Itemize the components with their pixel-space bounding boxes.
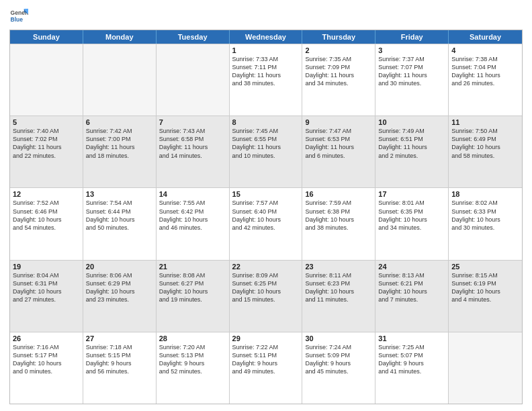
- cell-info: Sunrise: 7:22 AM Sunset: 5:11 PM Dayligh…: [232, 343, 300, 376]
- day-number: 18: [451, 190, 519, 198]
- cal-cell: 8Sunrise: 7:45 AM Sunset: 6:55 PM Daylig…: [230, 116, 303, 187]
- cal-cell: 20Sunrise: 8:06 AM Sunset: 6:29 PM Dayli…: [83, 261, 157, 332]
- cell-info: Sunrise: 8:15 AM Sunset: 6:19 PM Dayligh…: [451, 271, 519, 304]
- cell-info: Sunrise: 7:18 AM Sunset: 5:15 PM Dayligh…: [86, 343, 153, 376]
- cal-cell: 4Sunrise: 7:38 AM Sunset: 7:04 PM Daylig…: [449, 44, 522, 116]
- page: General Blue SundayMondayTuesdayWednesda…: [0, 0, 532, 411]
- header-day-thursday: Thursday: [302, 30, 375, 44]
- cal-cell: 19Sunrise: 8:04 AM Sunset: 6:31 PM Dayli…: [10, 261, 83, 332]
- cell-info: Sunrise: 7:24 AM Sunset: 5:09 PM Dayligh…: [305, 343, 372, 376]
- cal-cell: 18Sunrise: 8:02 AM Sunset: 6:33 PM Dayli…: [449, 188, 522, 259]
- day-number: 14: [159, 190, 226, 198]
- cal-cell: 1Sunrise: 7:33 AM Sunset: 7:11 PM Daylig…: [230, 44, 303, 116]
- cell-info: Sunrise: 7:16 AM Sunset: 5:17 PM Dayligh…: [13, 343, 80, 376]
- cal-cell: 28Sunrise: 7:20 AM Sunset: 5:13 PM Dayli…: [157, 332, 230, 404]
- cal-cell: 5Sunrise: 7:40 AM Sunset: 7:02 PM Daylig…: [10, 116, 83, 187]
- week-row-0: 1Sunrise: 7:33 AM Sunset: 7:11 PM Daylig…: [10, 44, 522, 116]
- day-number: 11: [451, 118, 519, 126]
- cal-cell: [10, 44, 83, 116]
- cell-info: Sunrise: 7:50 AM Sunset: 6:49 PM Dayligh…: [451, 127, 519, 160]
- day-number: 28: [159, 334, 226, 342]
- cal-cell: 24Sunrise: 8:13 AM Sunset: 6:21 PM Dayli…: [375, 261, 449, 332]
- header: General Blue: [9, 7, 523, 26]
- cell-info: Sunrise: 7:45 AM Sunset: 6:55 PM Dayligh…: [232, 127, 300, 160]
- day-number: 13: [86, 190, 153, 198]
- cell-info: Sunrise: 7:37 AM Sunset: 7:07 PM Dayligh…: [378, 55, 445, 88]
- cal-cell: 21Sunrise: 8:08 AM Sunset: 6:27 PM Dayli…: [157, 261, 230, 332]
- cal-cell: [157, 44, 230, 116]
- cal-cell: [83, 44, 157, 116]
- header-day-saturday: Saturday: [449, 30, 522, 44]
- cell-info: Sunrise: 8:04 AM Sunset: 6:31 PM Dayligh…: [13, 271, 80, 304]
- day-number: 3: [378, 46, 445, 54]
- day-number: 12: [13, 190, 80, 198]
- cell-info: Sunrise: 7:38 AM Sunset: 7:04 PM Dayligh…: [451, 55, 519, 88]
- cell-info: Sunrise: 8:09 AM Sunset: 6:25 PM Dayligh…: [232, 271, 300, 304]
- day-number: 31: [378, 334, 445, 342]
- cell-info: Sunrise: 7:54 AM Sunset: 6:44 PM Dayligh…: [86, 199, 153, 232]
- cell-info: Sunrise: 7:20 AM Sunset: 5:13 PM Dayligh…: [159, 343, 226, 376]
- cal-cell: 15Sunrise: 7:57 AM Sunset: 6:40 PM Dayli…: [230, 188, 303, 259]
- cal-cell: 16Sunrise: 7:59 AM Sunset: 6:38 PM Dayli…: [302, 188, 375, 259]
- cal-cell: 17Sunrise: 8:01 AM Sunset: 6:35 PM Dayli…: [375, 188, 449, 259]
- week-row-1: 5Sunrise: 7:40 AM Sunset: 7:02 PM Daylig…: [10, 116, 522, 187]
- day-number: 17: [378, 190, 445, 198]
- cell-info: Sunrise: 7:25 AM Sunset: 5:07 PM Dayligh…: [378, 343, 445, 376]
- header-day-sunday: Sunday: [10, 30, 83, 44]
- day-number: 6: [86, 118, 153, 126]
- day-number: 29: [232, 334, 300, 342]
- cell-info: Sunrise: 7:33 AM Sunset: 7:11 PM Dayligh…: [232, 55, 300, 88]
- calendar-body: 1Sunrise: 7:33 AM Sunset: 7:11 PM Daylig…: [10, 44, 522, 404]
- cal-cell: [449, 332, 522, 404]
- cell-info: Sunrise: 8:01 AM Sunset: 6:35 PM Dayligh…: [378, 199, 445, 232]
- day-number: 22: [232, 263, 300, 271]
- header-day-wednesday: Wednesday: [230, 30, 303, 44]
- logo-icon: General Blue: [9, 7, 28, 26]
- day-number: 4: [451, 46, 519, 54]
- day-number: 26: [13, 334, 80, 342]
- week-row-3: 19Sunrise: 8:04 AM Sunset: 6:31 PM Dayli…: [10, 260, 522, 332]
- day-number: 30: [305, 334, 372, 342]
- cell-info: Sunrise: 7:59 AM Sunset: 6:38 PM Dayligh…: [305, 199, 372, 232]
- day-number: 10: [378, 118, 445, 126]
- day-number: 8: [232, 118, 300, 126]
- cal-cell: 3Sunrise: 7:37 AM Sunset: 7:07 PM Daylig…: [375, 44, 449, 116]
- cell-info: Sunrise: 7:52 AM Sunset: 6:46 PM Dayligh…: [13, 199, 80, 232]
- cal-cell: 22Sunrise: 8:09 AM Sunset: 6:25 PM Dayli…: [230, 261, 303, 332]
- cell-info: Sunrise: 7:57 AM Sunset: 6:40 PM Dayligh…: [232, 199, 300, 232]
- day-number: 24: [378, 263, 445, 271]
- day-number: 7: [159, 118, 226, 126]
- day-number: 21: [159, 263, 226, 271]
- calendar: SundayMondayTuesdayWednesdayThursdayFrid…: [9, 30, 523, 404]
- day-number: 27: [86, 334, 153, 342]
- cal-cell: 12Sunrise: 7:52 AM Sunset: 6:46 PM Dayli…: [10, 188, 83, 259]
- calendar-header: SundayMondayTuesdayWednesdayThursdayFrid…: [10, 30, 522, 44]
- cell-info: Sunrise: 8:06 AM Sunset: 6:29 PM Dayligh…: [86, 271, 153, 304]
- cal-cell: 14Sunrise: 7:55 AM Sunset: 6:42 PM Dayli…: [157, 188, 230, 259]
- cell-info: Sunrise: 8:13 AM Sunset: 6:21 PM Dayligh…: [378, 271, 445, 304]
- cal-cell: 27Sunrise: 7:18 AM Sunset: 5:15 PM Dayli…: [83, 332, 157, 404]
- day-number: 5: [13, 118, 80, 126]
- cell-info: Sunrise: 7:43 AM Sunset: 6:58 PM Dayligh…: [159, 127, 226, 160]
- cal-cell: 30Sunrise: 7:24 AM Sunset: 5:09 PM Dayli…: [302, 332, 375, 404]
- cal-cell: 10Sunrise: 7:49 AM Sunset: 6:51 PM Dayli…: [375, 116, 449, 187]
- day-number: 2: [305, 46, 372, 54]
- cell-info: Sunrise: 7:47 AM Sunset: 6:53 PM Dayligh…: [305, 127, 372, 160]
- svg-text:Blue: Blue: [11, 16, 24, 23]
- week-row-2: 12Sunrise: 7:52 AM Sunset: 6:46 PM Dayli…: [10, 187, 522, 259]
- cal-cell: 2Sunrise: 7:35 AM Sunset: 7:09 PM Daylig…: [302, 44, 375, 116]
- header-day-monday: Monday: [83, 30, 157, 44]
- week-row-4: 26Sunrise: 7:16 AM Sunset: 5:17 PM Dayli…: [10, 332, 522, 404]
- cal-cell: 11Sunrise: 7:50 AM Sunset: 6:49 PM Dayli…: [449, 116, 522, 187]
- cal-cell: 26Sunrise: 7:16 AM Sunset: 5:17 PM Dayli…: [10, 332, 83, 404]
- header-day-tuesday: Tuesday: [157, 30, 230, 44]
- cell-info: Sunrise: 8:02 AM Sunset: 6:33 PM Dayligh…: [451, 199, 519, 232]
- cal-cell: 29Sunrise: 7:22 AM Sunset: 5:11 PM Dayli…: [230, 332, 303, 404]
- day-number: 16: [305, 190, 372, 198]
- cell-info: Sunrise: 7:55 AM Sunset: 6:42 PM Dayligh…: [159, 199, 226, 232]
- cal-cell: 25Sunrise: 8:15 AM Sunset: 6:19 PM Dayli…: [449, 261, 522, 332]
- cell-info: Sunrise: 8:11 AM Sunset: 6:23 PM Dayligh…: [305, 271, 372, 304]
- cell-info: Sunrise: 7:49 AM Sunset: 6:51 PM Dayligh…: [378, 127, 445, 160]
- cal-cell: 23Sunrise: 8:11 AM Sunset: 6:23 PM Dayli…: [302, 261, 375, 332]
- cell-info: Sunrise: 8:08 AM Sunset: 6:27 PM Dayligh…: [159, 271, 226, 304]
